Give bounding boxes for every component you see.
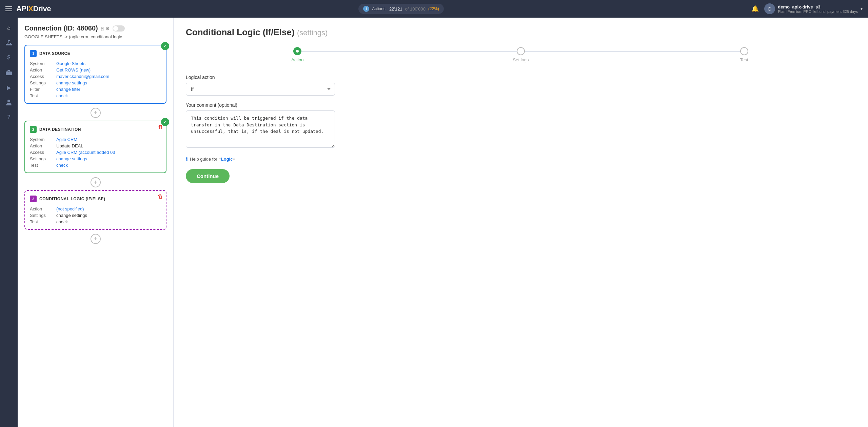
block1-row-system: System Google Sheets xyxy=(30,61,161,66)
sidebar-item-home[interactable]: ⌂ xyxy=(3,22,15,34)
connection-icons: ⎘ ⚙ xyxy=(101,26,110,31)
step-settings-circle xyxy=(517,47,525,55)
block3-num: 3 xyxy=(30,196,37,202)
block3-row-action: Action (not specified) xyxy=(30,206,161,211)
block2-row-action: Action Update DEAL xyxy=(30,143,161,148)
logical-action-label: Logical action xyxy=(186,75,856,80)
svg-rect-2 xyxy=(8,44,10,45)
copy-icon[interactable]: ⎘ xyxy=(101,26,103,31)
logo: APIXDrive xyxy=(16,4,51,13)
step-test-label: Test xyxy=(740,57,748,62)
sidebar-item-person[interactable] xyxy=(3,96,15,108)
block2-row-system: System Agile CRM xyxy=(30,137,161,142)
logo-api: API xyxy=(16,4,28,13)
connection-subtitle: GOOGLE SHEETS -> (agile crm, conditional… xyxy=(24,34,166,39)
steps-row: Action Settings Test xyxy=(186,47,856,62)
block1-check: ✓ xyxy=(161,42,169,50)
block2-row-settings: Settings change settings xyxy=(30,156,161,161)
sidebar-item-question[interactable]: ? xyxy=(3,111,15,123)
block2-delete[interactable]: 🗑 xyxy=(158,124,163,130)
user-plan: Plan |Premium PRO| left until payment 32… xyxy=(778,9,858,14)
block1-num: 1 xyxy=(30,50,37,57)
block1-header: 1 DATA SOURCE xyxy=(30,50,161,57)
nav-right: 🔔 D demo_apix-drive_s3 Plan |Premium PRO… xyxy=(751,3,863,14)
block2-test[interactable]: check xyxy=(56,163,68,168)
step-action: Action xyxy=(186,47,409,62)
block1-row-settings: Settings change settings xyxy=(30,80,161,85)
nav-center: i Actions: 22'121 of 100'000 (22%) xyxy=(358,4,444,14)
block3-test: check xyxy=(56,219,68,224)
block1-settings[interactable]: change settings xyxy=(56,80,87,85)
block1-access[interactable]: maverickandrii@gmail.com xyxy=(56,74,109,79)
user-details: demo_apix-drive_s3 Plan |Premium PRO| le… xyxy=(778,4,858,14)
help-icon: ℹ xyxy=(186,156,188,162)
block3-settings: change settings xyxy=(56,213,87,218)
block1-row-access: Access maverickandrii@gmail.com xyxy=(30,74,161,79)
logical-action-select[interactable]: If Else xyxy=(186,83,335,96)
add-btn-2[interactable]: + xyxy=(91,177,101,187)
block1-filter[interactable]: change filter xyxy=(56,87,80,92)
block2-system[interactable]: Agile CRM xyxy=(56,137,77,142)
hamburger-menu[interactable] xyxy=(5,6,12,11)
sidebar-item-sitemap[interactable] xyxy=(3,37,15,49)
right-panel: Conditional Logic (If/Else) (settings) A… xyxy=(174,18,868,427)
comment-textarea[interactable] xyxy=(186,110,335,148)
block2-row-test: Test check xyxy=(30,163,161,168)
svg-rect-7 xyxy=(10,43,11,44)
user-name: demo_apix-drive_s3 xyxy=(778,4,858,9)
chevron-down-icon[interactable]: ▾ xyxy=(861,6,863,11)
user-info: D demo_apix-drive_s3 Plan |Premium PRO| … xyxy=(764,3,863,14)
block2-settings[interactable]: change settings xyxy=(56,156,87,161)
block2-access[interactable]: Agile CRM (account added 03 xyxy=(56,150,115,155)
block1-test[interactable]: check xyxy=(56,93,68,98)
connection-header: Connection (ID: 48060) ⎘ ⚙ xyxy=(24,24,166,32)
block2-row-access: Access Agile CRM (account added 03 xyxy=(30,150,161,155)
block1-action[interactable]: Get ROWS (new) xyxy=(56,67,91,73)
bell-icon[interactable]: 🔔 xyxy=(751,5,759,13)
svg-rect-8 xyxy=(6,72,12,75)
block3-row-test: Test check xyxy=(30,219,161,224)
block1-title: DATA SOURCE xyxy=(39,51,70,56)
actions-pct: (22%) xyxy=(428,6,439,11)
block1-system[interactable]: Google Sheets xyxy=(56,61,85,66)
add-btn-3[interactable]: + xyxy=(91,234,101,244)
block1-row-action: Action Get ROWS (new) xyxy=(30,67,161,73)
nav-left: APIXDrive xyxy=(5,4,51,13)
step-action-circle xyxy=(293,47,301,55)
sidebar-item-dollar[interactable]: $ xyxy=(3,52,15,64)
logical-action-group: Logical action If Else xyxy=(186,75,856,96)
connection-toggle[interactable] xyxy=(113,25,125,32)
block2-action: Update DEAL xyxy=(56,143,83,148)
logo-x: X xyxy=(28,4,33,13)
block2-rows: System Agile CRM Action Update DEAL Acce… xyxy=(30,137,161,168)
logo-drive: Drive xyxy=(33,4,51,13)
left-sidebar: ⌂ $ ▶ ? xyxy=(0,18,18,427)
block3-row-settings: Settings change settings xyxy=(30,213,161,218)
actions-badge: i Actions: 22'121 of 100'000 (22%) xyxy=(358,4,444,14)
step-action-label: Action xyxy=(291,57,303,62)
main-layout: ⌂ $ ▶ ? xyxy=(0,18,868,427)
content-area: Connection (ID: 48060) ⎘ ⚙ GOOGLE SHEETS… xyxy=(18,18,868,427)
actions-count: 22'121 xyxy=(389,6,402,12)
conditional-logic-block: 🗑 3 CONDITIONAL LOGIC (IF/ELSE) Action (… xyxy=(24,190,166,230)
continue-button[interactable]: Continue xyxy=(186,169,230,183)
block2-title: DATA DESTINATION xyxy=(39,127,81,132)
block1-rows: System Google Sheets Action Get ROWS (ne… xyxy=(30,61,161,98)
help-logic-link[interactable]: Logic xyxy=(221,157,233,162)
svg-rect-0 xyxy=(8,40,10,41)
svg-point-9 xyxy=(7,100,10,102)
block3-header: 3 CONDITIONAL LOGIC (IF/ELSE) xyxy=(30,196,161,202)
panel-title: Conditional Logic (If/Else) (settings) xyxy=(186,27,856,38)
block3-title: CONDITIONAL LOGIC (IF/ELSE) xyxy=(39,197,105,201)
block3-action[interactable]: (not specified) xyxy=(56,206,84,211)
step-settings: Settings xyxy=(409,47,633,62)
sidebar-item-briefcase[interactable] xyxy=(3,66,15,79)
actions-of: of 100'000 xyxy=(405,6,426,12)
block3-delete[interactable]: 🗑 xyxy=(158,194,163,200)
actions-label: Actions: xyxy=(372,6,387,11)
add-btn-1[interactable]: + xyxy=(91,108,101,118)
comment-label: Your comment (optional) xyxy=(186,102,856,108)
settings-icon[interactable]: ⚙ xyxy=(105,26,110,31)
sidebar-item-play[interactable]: ▶ xyxy=(3,81,15,94)
info-icon: i xyxy=(363,6,369,12)
